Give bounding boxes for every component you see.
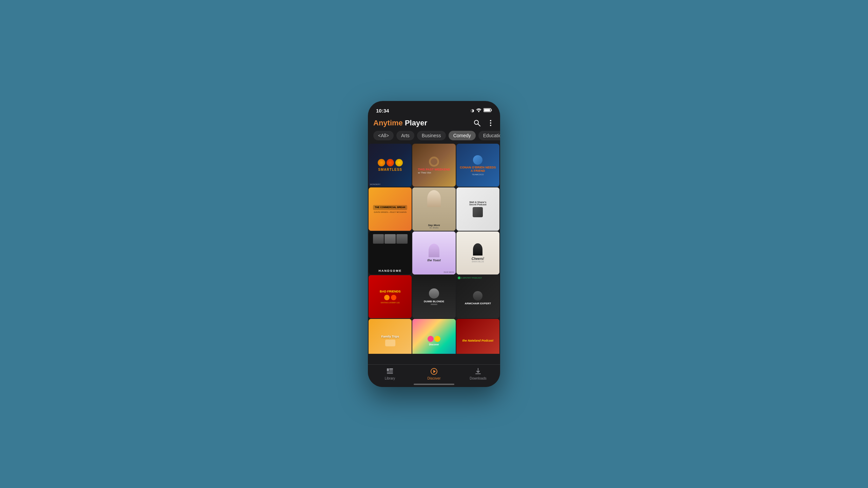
downloads-icon	[474, 367, 482, 375]
handsome-title: HANDSOME	[378, 269, 402, 272]
podcast-card-cheers[interactable]: Cheers! SARA HILLIS	[456, 231, 499, 274]
library-label: Library	[385, 377, 395, 380]
discover-label: Discover	[428, 377, 441, 380]
wifi-icon	[476, 108, 481, 113]
header-actions	[473, 119, 495, 127]
battery-icon	[484, 108, 492, 113]
nav-discover[interactable]: Discover	[412, 367, 456, 380]
discover-icon	[430, 367, 438, 375]
podcast-card-secret-podcast[interactable]: Matt & Shane'sSecret Podcast	[456, 187, 499, 230]
tpw-title: THIS PAST WEEKEND	[418, 168, 450, 171]
filter-tab-comedy[interactable]: Comedy	[449, 131, 476, 140]
podcast-grid: SMARTLESS WONDERY THIS PAST WEEKEND w/ T…	[368, 144, 500, 354]
library-icon	[386, 367, 394, 375]
say-more-title: Say More	[428, 224, 440, 227]
app-header: Anytime Player	[368, 116, 500, 131]
armchair-title: ARMCHAIR EXPERT	[465, 302, 491, 305]
svg-point-0	[478, 111, 479, 112]
phone-frame: 10:34 ◑ Anytime Player	[368, 101, 500, 387]
podcast-card-dumb-blonde[interactable]: DUMB BLONDE	[412, 275, 455, 318]
status-icons: ◑	[471, 108, 492, 113]
filter-tabs: <All> Arts Business Comedy Education Fi.…	[368, 131, 500, 144]
discover-podcast-title: Discover	[429, 343, 439, 346]
svg-rect-11	[389, 368, 393, 370]
app-title-anytime: Anytime	[373, 119, 403, 127]
svg-rect-3	[491, 109, 492, 111]
status-bar: 10:34 ◑	[368, 101, 500, 116]
commercial-title: THE COMMERCIAL BREAK	[375, 206, 406, 209]
dumb-blonde-title: DUMB BLONDE	[424, 300, 444, 303]
podcast-card-tpw[interactable]: THIS PAST WEEKEND w/ Theo Von	[412, 144, 455, 187]
podcast-card-discover[interactable]: Discover	[412, 319, 455, 354]
svg-point-9	[458, 277, 460, 279]
svg-point-8	[490, 125, 491, 126]
spotify-badge: A SPOTIFY PODCAST	[458, 277, 482, 279]
nav-downloads[interactable]: Downloads	[456, 367, 500, 380]
app-title: Anytime Player	[373, 119, 427, 127]
svg-rect-10	[387, 368, 389, 371]
podcast-card-say-more[interactable]: Say More Dr. Sheila	[412, 187, 455, 230]
filter-tab-business[interactable]: Business	[417, 131, 446, 140]
podcast-card-smartless[interactable]: SMARTLESS WONDERY	[369, 144, 412, 187]
podcast-card-nateland[interactable]: the Nateland Podcast	[456, 319, 499, 354]
family-trips-title: Family Trips	[381, 335, 399, 339]
podcast-card-conan[interactable]: CONAN O'BRIEN NEEDS A FRIEND TEAMCOCO	[456, 144, 499, 187]
svg-point-6	[490, 120, 491, 121]
say-more-sub: Dr. Sheila	[430, 227, 438, 229]
search-button[interactable]	[473, 119, 481, 127]
svg-rect-14	[387, 373, 393, 374]
toast-badge: DEAR MEDIA	[444, 271, 454, 273]
tpw-sub: w/ Theo Von	[418, 171, 450, 174]
nav-library[interactable]: Library	[368, 367, 412, 380]
bad-friends-title: BAD FRIENDS	[380, 290, 401, 293]
svg-marker-16	[433, 370, 436, 373]
signal-icon: ◑	[471, 108, 474, 113]
filter-tab-arts[interactable]: Arts	[396, 131, 414, 140]
downloads-label: Downloads	[470, 377, 486, 380]
conan-title: CONAN O'BRIEN NEEDS A FRIEND	[459, 166, 497, 173]
status-time: 10:34	[376, 108, 389, 114]
svg-rect-17	[475, 373, 481, 374]
filter-tab-all[interactable]: <All>	[373, 131, 394, 140]
menu-button[interactable]	[487, 119, 495, 127]
podcast-card-bad-friends[interactable]: BAD FRIENDS SANTINO & BOBBY LEE	[369, 275, 412, 318]
cheers-title: Cheers!	[472, 257, 484, 261]
home-indicator	[414, 384, 454, 385]
svg-rect-2	[484, 109, 490, 111]
app-title-player: Player	[403, 119, 427, 127]
nateland-title: the Nateland Podcast	[462, 339, 494, 343]
svg-rect-12	[389, 370, 393, 371]
smartless-title: SMARTLESS	[378, 168, 402, 171]
podcast-card-handsome[interactable]: HANDSOME	[369, 231, 412, 274]
conan-sub: TEAMCOCO	[459, 174, 497, 176]
podcast-card-commercial-break[interactable]: THE COMMERCIAL BREAK GAVIN GREEN + RILEY…	[369, 187, 412, 230]
svg-line-5	[478, 124, 480, 126]
podcast-card-family-trips[interactable]: Family Trips	[369, 319, 412, 354]
podcast-card-toast[interactable]: the Toast DEAR MEDIA	[412, 231, 455, 274]
secret-podcast-title: Matt & Shane'sSecret Podcast	[469, 201, 487, 206]
commercial-sub: GAVIN GREEN + RILEY MCILWAIN	[374, 211, 407, 213]
bad-friends-sub: SANTINO & BOBBY LEE	[381, 302, 400, 304]
cheers-sub: SARA HILLIS	[472, 261, 484, 263]
svg-point-7	[490, 122, 491, 124]
filter-tab-education[interactable]: Education	[478, 131, 500, 140]
smartless-badge: WONDERY	[370, 183, 380, 185]
podcast-card-armchair-expert[interactable]: A SPOTIFY PODCAST ARMCHAIR EXPERT	[456, 275, 499, 318]
toast-title: the Toast	[427, 259, 441, 262]
svg-rect-13	[387, 372, 393, 372]
